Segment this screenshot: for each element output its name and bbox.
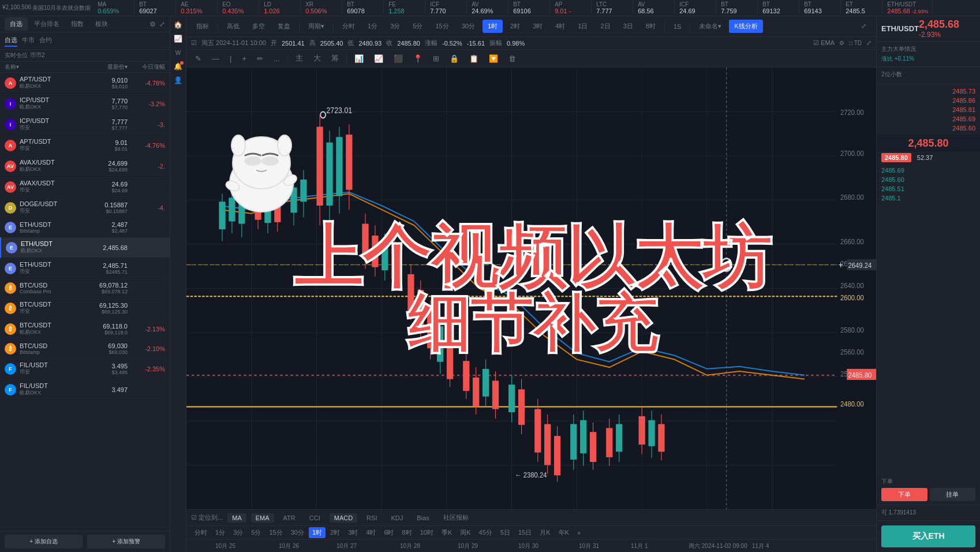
indicator-ema[interactable]: EMA <box>251 513 274 523</box>
toolbar-tf-1h[interactable]: 1时 <box>482 20 503 33</box>
expand-icon[interactable]: ⤢ <box>159 20 165 28</box>
col-price[interactable]: 最新价▾ <box>87 63 128 71</box>
watch-item-btc-coinbase[interactable]: ₿ BTC/USD Coinbase Pro 69,078.12 $69,078… <box>0 279 170 298</box>
draw-line-chart[interactable]: 📈 <box>370 53 387 65</box>
toolbar-tf-5m[interactable]: 5分 <box>407 20 428 33</box>
add-alert-btn[interactable]: + 添加预警 <box>87 535 165 549</box>
indicator-cci[interactable]: CCI <box>305 513 325 523</box>
watch-item-icp-binance[interactable]: I ICP/USDT 币安 7,777 $7,777 -3. <box>0 114 170 135</box>
toolbar-1s[interactable]: 1S <box>668 21 686 32</box>
tf-monthly[interactable]: 月K <box>536 527 553 538</box>
ticker-ap-usdt[interactable]: AP 9.01 - <box>551 1 592 14</box>
ticker-bt4[interactable]: BT 7.759 <box>717 1 758 14</box>
chart-icon[interactable]: 📈 <box>172 32 185 45</box>
indicator-ma[interactable]: MA <box>227 513 246 523</box>
toolbar-tf-2h[interactable]: 2时 <box>505 20 525 33</box>
indicator-locate[interactable]: ☑ 定位到... <box>191 513 223 522</box>
toolbar-kline-analysis[interactable]: K线分析 <box>729 20 762 33</box>
sub-tab-contract[interactable]: 合约 <box>39 35 52 47</box>
tf-15m[interactable]: 15分 <box>265 527 286 538</box>
toolbar-tf-3m[interactable]: 3分 <box>385 20 405 33</box>
settings-icon[interactable]: ⚙ <box>149 20 156 28</box>
chart-expand-icon[interactable]: ⤢ <box>866 39 871 47</box>
toolbar-tf-3h[interactable]: 3时 <box>528 20 548 33</box>
toolbar-tf-8h[interactable]: 8时 <box>641 20 661 33</box>
watch-item-btc-bitstamp[interactable]: ₿ BTC/USD Bitstamp 69,030 $69,030 -2.10% <box>0 340 170 359</box>
ticker-et[interactable]: ET 2485.5 <box>842 1 882 14</box>
nav-sector[interactable]: 板块 <box>90 17 113 31</box>
tf-weekly[interactable]: 周K <box>457 527 474 538</box>
toolbar-tf-1m[interactable]: 1分 <box>362 20 383 33</box>
tf-5m[interactable]: 5分 <box>248 527 264 538</box>
draw-cursor[interactable]: ✎ <box>191 53 205 65</box>
watch-item-avax-binance[interactable]: AV AVAX/USDT 币安 24.69 $24.69 <box>0 177 170 197</box>
draw-filter[interactable]: 🔽 <box>485 53 502 65</box>
draw-hline[interactable]: — <box>208 53 223 65</box>
ticker-bt5[interactable]: BT 69132 <box>759 1 799 14</box>
indicator-bias[interactable]: Bias <box>412 513 433 523</box>
add-watchlist-btn[interactable]: + 添加自选 <box>5 535 83 549</box>
draw-grid[interactable]: ⊞ <box>429 53 443 65</box>
tf-45m[interactable]: 45分 <box>476 527 496 538</box>
indicator-kdj[interactable]: KDJ <box>386 513 407 523</box>
tf-1m[interactable]: 1分 <box>212 527 229 538</box>
ticker-av1[interactable]: AV 24.69% <box>468 1 508 14</box>
ema-settings-icon[interactable]: ⚙ <box>839 40 844 46</box>
toolbar-tf-2d[interactable]: 2日 <box>596 20 616 33</box>
watch-item-fil-okx[interactable]: F FIL/USDT 欧易OKX 3.497 <box>0 379 170 400</box>
tf-fens[interactable]: 分时 <box>191 527 211 538</box>
ticker-fe[interactable]: FE 1.258 <box>385 1 425 14</box>
tf-6h[interactable]: 6时 <box>380 527 397 538</box>
chart-td-label[interactable]: □ TD <box>849 40 862 46</box>
toolbar-indicators[interactable]: 指标 <box>191 20 214 33</box>
draw-large[interactable]: 大 <box>309 51 325 65</box>
draw-area[interactable]: ⬛ <box>390 53 407 65</box>
sub-tab-watchlist[interactable]: 自选 <box>5 35 17 47</box>
draw-main[interactable]: 主 <box>291 51 307 65</box>
ticker-bt3[interactable]: BT 69106 <box>510 1 550 14</box>
watch-item-eth-bitstamp[interactable]: E ETH/USDT Bitstamp 2,487 $2,487 <box>0 218 170 237</box>
draw-chips[interactable]: 筹 <box>327 51 343 65</box>
watch-item-apt-okx[interactable]: A APT/USDT 欧易OKX 9,010 $9,010 -4.78% <box>0 73 170 94</box>
sub-tab-bull[interactable]: 牛市 <box>22 35 35 47</box>
ticker-bt2[interactable]: BT 69078 <box>343 1 384 14</box>
ticker-ltc[interactable]: LTC 7.777 <box>593 1 633 14</box>
draw-cross[interactable]: + <box>238 53 250 65</box>
toolbar-longshort[interactable]: 多空 <box>247 20 270 33</box>
tf-15d[interactable]: 15日 <box>515 527 535 538</box>
nav-platform[interactable]: 平台排名 <box>29 17 65 31</box>
watch-item-eth-binance[interactable]: E ETH/USDT 币安 2,485.71 $2485.71 <box>0 258 170 279</box>
watch-item-icp-okx[interactable]: I ICP/USDT 欧易OKX 7,770 $7,770 -3.2% <box>0 94 170 114</box>
draw-delete[interactable]: 🗑 <box>504 53 520 65</box>
ticker-xr[interactable]: XR 0.506% <box>302 1 342 14</box>
tf-8h[interactable]: 8时 <box>399 527 416 538</box>
draw-vline[interactable]: | <box>226 53 235 65</box>
toolbar-tf-30m[interactable]: 30分 <box>457 20 480 33</box>
ticker-icf2[interactable]: ICF 24.69 <box>676 1 716 14</box>
watch-item-apt-binance[interactable]: A APT/USDT 币安 9.01 $9.01 -4.76% <box>0 135 170 156</box>
tf-10h[interactable]: 10时 <box>417 527 437 538</box>
toolbar-period[interactable]: 周期▾ <box>303 20 330 33</box>
toolbar-unnamed[interactable]: 未命名▾ <box>694 20 727 33</box>
indicator-macd[interactable]: MACD <box>330 513 357 523</box>
tf-5d[interactable]: 5日 <box>497 527 514 538</box>
watch-item-doge-binance[interactable]: D DOGE/USDT 币安 0.15887 $0.15887 -4. <box>0 197 170 218</box>
indicator-rsi[interactable]: RSI <box>362 513 381 523</box>
tf-30m[interactable]: 30分 <box>287 527 308 538</box>
tf-close[interactable]: × <box>574 528 584 538</box>
ticker-eo[interactable]: EO 0.435% <box>219 1 259 14</box>
ticker-icf1[interactable]: ICF 7.770 <box>427 1 467 14</box>
tf-1h[interactable]: 1时 <box>309 527 326 538</box>
watch-item-eth-okx[interactable]: E ETH/USDT 欧易OKX 2,485.68 <box>0 237 170 258</box>
draw-candle[interactable]: 📊 <box>350 53 368 65</box>
home-icon[interactable]: 🏠 <box>172 18 185 31</box>
toolbar-tf-4h[interactable]: 4时 <box>550 20 570 33</box>
ticker-bt6[interactable]: BT 69143 <box>801 1 841 14</box>
toolbar-fullscreen[interactable]: ⤢ <box>856 20 871 32</box>
rp-sell-btn[interactable]: 下单 <box>881 488 927 501</box>
user-icon[interactable]: 👤 <box>172 74 185 87</box>
tf-3m[interactable]: 3分 <box>230 527 246 538</box>
col-name[interactable]: 名称▾ <box>5 63 87 71</box>
draw-magnet[interactable]: 🔒 <box>446 53 463 65</box>
nav-index[interactable]: 指数 <box>66 17 89 31</box>
